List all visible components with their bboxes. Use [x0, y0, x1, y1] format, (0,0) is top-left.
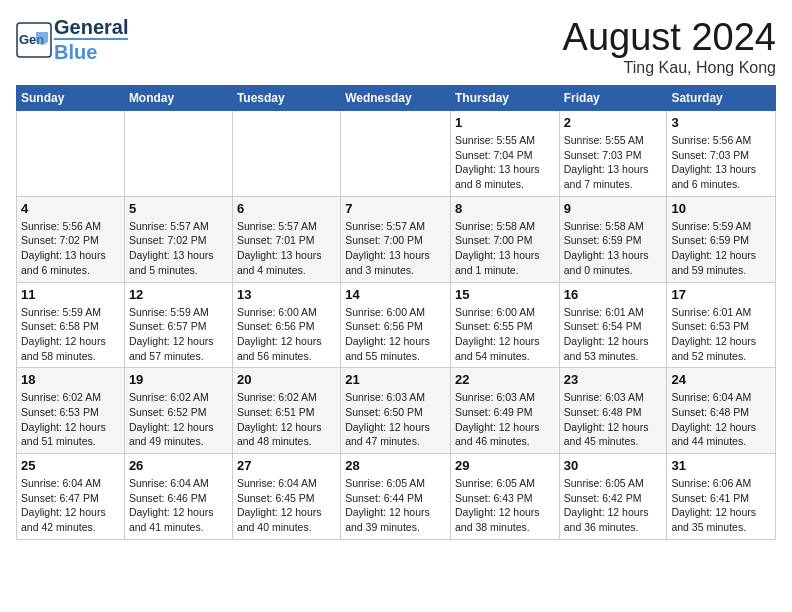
day-content: Sunrise: 6:04 AM Sunset: 6:45 PM Dayligh…: [237, 476, 336, 535]
header-day: Saturday: [667, 86, 776, 111]
calendar-cell: 30Sunrise: 6:05 AM Sunset: 6:42 PM Dayli…: [559, 454, 667, 540]
day-number: 2: [564, 115, 663, 130]
header-day: Friday: [559, 86, 667, 111]
day-number: 18: [21, 372, 120, 387]
calendar-cell: 18Sunrise: 6:02 AM Sunset: 6:53 PM Dayli…: [17, 368, 125, 454]
day-number: 19: [129, 372, 228, 387]
calendar-cell: 9Sunrise: 5:58 AM Sunset: 6:59 PM Daylig…: [559, 196, 667, 282]
calendar-cell: 27Sunrise: 6:04 AM Sunset: 6:45 PM Dayli…: [232, 454, 340, 540]
header-row: SundayMondayTuesdayWednesdayThursdayFrid…: [17, 86, 776, 111]
day-number: 21: [345, 372, 446, 387]
day-content: Sunrise: 5:59 AM Sunset: 6:59 PM Dayligh…: [671, 219, 771, 278]
calendar-cell: 14Sunrise: 6:00 AM Sunset: 6:56 PM Dayli…: [341, 282, 451, 368]
header-day: Monday: [124, 86, 232, 111]
day-number: 13: [237, 287, 336, 302]
calendar-cell: 7Sunrise: 5:57 AM Sunset: 7:00 PM Daylig…: [341, 196, 451, 282]
day-content: Sunrise: 6:02 AM Sunset: 6:52 PM Dayligh…: [129, 390, 228, 449]
day-number: 1: [455, 115, 555, 130]
day-content: Sunrise: 5:57 AM Sunset: 7:00 PM Dayligh…: [345, 219, 446, 278]
day-content: Sunrise: 6:05 AM Sunset: 6:43 PM Dayligh…: [455, 476, 555, 535]
day-content: Sunrise: 6:04 AM Sunset: 6:47 PM Dayligh…: [21, 476, 120, 535]
calendar-cell: 16Sunrise: 6:01 AM Sunset: 6:54 PM Dayli…: [559, 282, 667, 368]
header-day: Tuesday: [232, 86, 340, 111]
day-content: Sunrise: 5:55 AM Sunset: 7:03 PM Dayligh…: [564, 133, 663, 192]
day-content: Sunrise: 6:01 AM Sunset: 6:54 PM Dayligh…: [564, 305, 663, 364]
calendar-week: 11Sunrise: 5:59 AM Sunset: 6:58 PM Dayli…: [17, 282, 776, 368]
calendar-cell: 3Sunrise: 5:56 AM Sunset: 7:03 PM Daylig…: [667, 111, 776, 197]
day-content: Sunrise: 5:57 AM Sunset: 7:01 PM Dayligh…: [237, 219, 336, 278]
day-content: Sunrise: 5:59 AM Sunset: 6:58 PM Dayligh…: [21, 305, 120, 364]
day-content: Sunrise: 5:56 AM Sunset: 7:02 PM Dayligh…: [21, 219, 120, 278]
calendar-cell: 20Sunrise: 6:02 AM Sunset: 6:51 PM Dayli…: [232, 368, 340, 454]
logo-blue: Blue: [54, 38, 128, 63]
day-content: Sunrise: 5:59 AM Sunset: 6:57 PM Dayligh…: [129, 305, 228, 364]
logo-text: General: [54, 16, 128, 38]
calendar-cell: [17, 111, 125, 197]
calendar-cell: [232, 111, 340, 197]
day-content: Sunrise: 6:01 AM Sunset: 6:53 PM Dayligh…: [671, 305, 771, 364]
calendar-week: 1Sunrise: 5:55 AM Sunset: 7:04 PM Daylig…: [17, 111, 776, 197]
calendar-cell: 19Sunrise: 6:02 AM Sunset: 6:52 PM Dayli…: [124, 368, 232, 454]
day-number: 17: [671, 287, 771, 302]
day-number: 29: [455, 458, 555, 473]
calendar-header: SundayMondayTuesdayWednesdayThursdayFrid…: [17, 86, 776, 111]
day-content: Sunrise: 6:06 AM Sunset: 6:41 PM Dayligh…: [671, 476, 771, 535]
day-number: 20: [237, 372, 336, 387]
day-content: Sunrise: 6:02 AM Sunset: 6:51 PM Dayligh…: [237, 390, 336, 449]
calendar-week: 4Sunrise: 5:56 AM Sunset: 7:02 PM Daylig…: [17, 196, 776, 282]
calendar-cell: [124, 111, 232, 197]
month-title: August 2024: [563, 16, 776, 59]
location: Ting Kau, Hong Kong: [563, 59, 776, 77]
calendar-cell: 6Sunrise: 5:57 AM Sunset: 7:01 PM Daylig…: [232, 196, 340, 282]
calendar-cell: 29Sunrise: 6:05 AM Sunset: 6:43 PM Dayli…: [450, 454, 559, 540]
day-number: 14: [345, 287, 446, 302]
day-content: Sunrise: 6:00 AM Sunset: 6:56 PM Dayligh…: [345, 305, 446, 364]
day-number: 9: [564, 201, 663, 216]
logo-icon: Gen: [16, 22, 52, 58]
header-day: Sunday: [17, 86, 125, 111]
day-content: Sunrise: 6:03 AM Sunset: 6:50 PM Dayligh…: [345, 390, 446, 449]
calendar-cell: 2Sunrise: 5:55 AM Sunset: 7:03 PM Daylig…: [559, 111, 667, 197]
calendar-cell: 23Sunrise: 6:03 AM Sunset: 6:48 PM Dayli…: [559, 368, 667, 454]
day-number: 30: [564, 458, 663, 473]
day-content: Sunrise: 5:57 AM Sunset: 7:02 PM Dayligh…: [129, 219, 228, 278]
logo: Gen General Blue: [16, 16, 128, 63]
calendar-cell: [341, 111, 451, 197]
day-content: Sunrise: 6:02 AM Sunset: 6:53 PM Dayligh…: [21, 390, 120, 449]
day-number: 24: [671, 372, 771, 387]
calendar-cell: 13Sunrise: 6:00 AM Sunset: 6:56 PM Dayli…: [232, 282, 340, 368]
day-number: 8: [455, 201, 555, 216]
day-number: 16: [564, 287, 663, 302]
header-day: Thursday: [450, 86, 559, 111]
day-number: 12: [129, 287, 228, 302]
calendar-cell: 10Sunrise: 5:59 AM Sunset: 6:59 PM Dayli…: [667, 196, 776, 282]
day-content: Sunrise: 6:05 AM Sunset: 6:44 PM Dayligh…: [345, 476, 446, 535]
calendar-cell: 1Sunrise: 5:55 AM Sunset: 7:04 PM Daylig…: [450, 111, 559, 197]
day-number: 6: [237, 201, 336, 216]
calendar-cell: 25Sunrise: 6:04 AM Sunset: 6:47 PM Dayli…: [17, 454, 125, 540]
calendar-cell: 12Sunrise: 5:59 AM Sunset: 6:57 PM Dayli…: [124, 282, 232, 368]
calendar-cell: 17Sunrise: 6:01 AM Sunset: 6:53 PM Dayli…: [667, 282, 776, 368]
calendar-cell: 15Sunrise: 6:00 AM Sunset: 6:55 PM Dayli…: [450, 282, 559, 368]
calendar-cell: 22Sunrise: 6:03 AM Sunset: 6:49 PM Dayli…: [450, 368, 559, 454]
day-content: Sunrise: 6:03 AM Sunset: 6:48 PM Dayligh…: [564, 390, 663, 449]
day-number: 15: [455, 287, 555, 302]
day-number: 26: [129, 458, 228, 473]
day-number: 27: [237, 458, 336, 473]
day-content: Sunrise: 6:00 AM Sunset: 6:55 PM Dayligh…: [455, 305, 555, 364]
calendar-cell: 24Sunrise: 6:04 AM Sunset: 6:48 PM Dayli…: [667, 368, 776, 454]
calendar-cell: 31Sunrise: 6:06 AM Sunset: 6:41 PM Dayli…: [667, 454, 776, 540]
calendar-week: 18Sunrise: 6:02 AM Sunset: 6:53 PM Dayli…: [17, 368, 776, 454]
calendar-table: SundayMondayTuesdayWednesdayThursdayFrid…: [16, 85, 776, 540]
day-number: 31: [671, 458, 771, 473]
day-content: Sunrise: 6:05 AM Sunset: 6:42 PM Dayligh…: [564, 476, 663, 535]
header-day: Wednesday: [341, 86, 451, 111]
day-content: Sunrise: 6:04 AM Sunset: 6:48 PM Dayligh…: [671, 390, 771, 449]
day-number: 10: [671, 201, 771, 216]
calendar-week: 25Sunrise: 6:04 AM Sunset: 6:47 PM Dayli…: [17, 454, 776, 540]
title-area: August 2024 Ting Kau, Hong Kong: [563, 16, 776, 77]
calendar-cell: 11Sunrise: 5:59 AM Sunset: 6:58 PM Dayli…: [17, 282, 125, 368]
day-number: 3: [671, 115, 771, 130]
day-number: 7: [345, 201, 446, 216]
calendar-cell: 5Sunrise: 5:57 AM Sunset: 7:02 PM Daylig…: [124, 196, 232, 282]
